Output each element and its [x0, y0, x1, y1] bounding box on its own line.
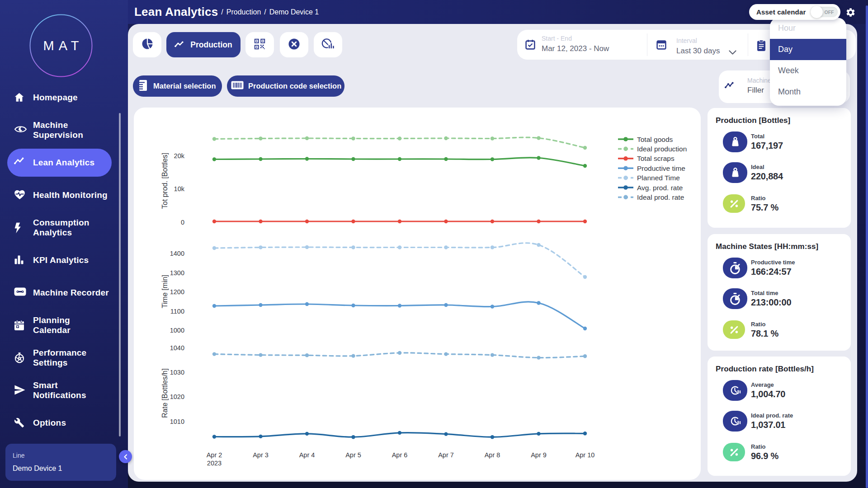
svg-text:Apr 9: Apr 9	[531, 451, 547, 459]
svg-text:Apr 10: Apr 10	[576, 451, 595, 459]
svg-text:1040: 1040	[170, 344, 184, 352]
svg-text:Ideal prod. rate: Ideal prod. rate	[637, 193, 684, 201]
svg-text:1000: 1000	[170, 327, 184, 334]
svg-text:Apr 2: Apr 2	[207, 451, 222, 459]
svg-text:10k: 10k	[174, 185, 185, 192]
svg-text:1030: 1030	[170, 369, 184, 376]
svg-text:1200: 1200	[170, 288, 184, 296]
svg-text:Apr 8: Apr 8	[485, 451, 500, 459]
svg-text:2023: 2023	[207, 460, 222, 467]
svg-text:Apr 3: Apr 3	[253, 451, 269, 459]
svg-text:Total goods: Total goods	[637, 136, 673, 143]
svg-text:1010: 1010	[170, 418, 184, 425]
svg-text:Apr 5: Apr 5	[345, 451, 361, 459]
svg-text:Productive time: Productive time	[637, 164, 685, 172]
svg-text:Apr 7: Apr 7	[438, 451, 454, 459]
svg-text:Planned Time: Planned Time	[637, 174, 680, 182]
svg-text:Total scraps: Total scraps	[637, 155, 675, 162]
svg-text:1100: 1100	[170, 308, 184, 315]
svg-text:20k: 20k	[174, 152, 185, 160]
svg-text:Rate [Bottles/h]: Rate [Bottles/h]	[161, 368, 169, 418]
svg-text:1300: 1300	[170, 269, 184, 277]
svg-text:Apr 4: Apr 4	[299, 451, 315, 459]
svg-text:1400: 1400	[170, 250, 184, 257]
svg-text:Avg. prod. rate: Avg. prod. rate	[637, 184, 683, 192]
svg-text:Ideal production: Ideal production	[637, 145, 687, 153]
svg-text:Time [min]: Time [min]	[161, 275, 169, 308]
svg-text:1020: 1020	[170, 393, 184, 400]
svg-text:Tot prod. [Bottles]: Tot prod. [Bottles]	[161, 153, 169, 209]
svg-text:Apr 6: Apr 6	[392, 451, 408, 459]
svg-text:0: 0	[181, 219, 184, 226]
